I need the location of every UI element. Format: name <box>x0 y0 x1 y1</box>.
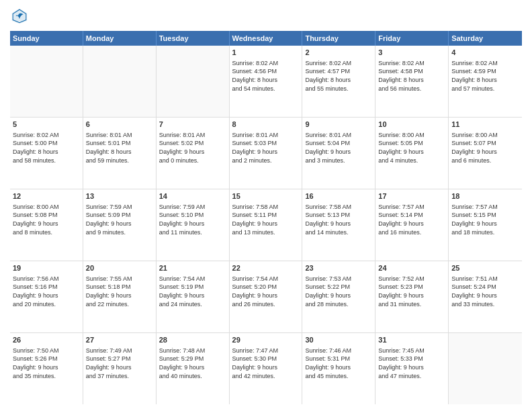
day-info: Sunrise: 8:02 AM Sunset: 5:00 PM Dayligh… <box>13 131 80 165</box>
calendar-row-3: 19Sunrise: 7:56 AM Sunset: 5:16 PM Dayli… <box>10 261 522 333</box>
day-info: Sunrise: 7:50 AM Sunset: 5:26 PM Dayligh… <box>13 347 80 380</box>
calendar-header: SundayMondayTuesdayWednesdayThursdayFrid… <box>10 31 522 46</box>
day-info: Sunrise: 8:00 AM Sunset: 5:08 PM Dayligh… <box>13 203 80 236</box>
day-number: 16 <box>305 191 372 201</box>
day-number: 31 <box>378 335 445 345</box>
day-number: 1 <box>232 48 300 58</box>
day-number: 24 <box>378 263 445 273</box>
day-info: Sunrise: 8:01 AM Sunset: 5:02 PM Dayligh… <box>159 131 226 165</box>
calendar-row-4: 26Sunrise: 7:50 AM Sunset: 5:26 PM Dayli… <box>10 333 522 404</box>
calendar-cell: 26Sunrise: 7:50 AM Sunset: 5:26 PM Dayli… <box>10 333 83 404</box>
day-info: Sunrise: 7:51 AM Sunset: 5:24 PM Dayligh… <box>451 275 519 308</box>
day-number: 12 <box>13 191 80 201</box>
day-info: Sunrise: 8:00 AM Sunset: 5:07 PM Dayligh… <box>451 131 519 165</box>
day-info: Sunrise: 8:01 AM Sunset: 5:03 PM Dayligh… <box>232 131 300 165</box>
calendar-cell: 29Sunrise: 7:47 AM Sunset: 5:30 PM Dayli… <box>230 333 303 404</box>
day-info: Sunrise: 7:54 AM Sunset: 5:20 PM Dayligh… <box>232 275 300 308</box>
day-info: Sunrise: 8:02 AM Sunset: 4:56 PM Dayligh… <box>232 59 300 93</box>
day-info: Sunrise: 8:02 AM Sunset: 4:58 PM Dayligh… <box>378 59 445 93</box>
calendar-cell: 13Sunrise: 7:59 AM Sunset: 5:09 PM Dayli… <box>83 189 157 261</box>
calendar-cell: 28Sunrise: 7:48 AM Sunset: 5:29 PM Dayli… <box>157 333 230 404</box>
day-info: Sunrise: 7:59 AM Sunset: 5:09 PM Dayligh… <box>86 203 153 236</box>
calendar-cell: 1Sunrise: 8:02 AM Sunset: 4:56 PM Daylig… <box>230 46 303 117</box>
day-number: 28 <box>159 335 226 345</box>
calendar-cell: 9Sunrise: 8:01 AM Sunset: 5:04 PM Daylig… <box>302 118 375 189</box>
calendar-cell: 19Sunrise: 7:56 AM Sunset: 5:16 PM Dayli… <box>10 261 83 332</box>
calendar-cell: 3Sunrise: 8:02 AM Sunset: 4:58 PM Daylig… <box>375 46 449 117</box>
day-number: 5 <box>13 120 80 130</box>
calendar-cell: 14Sunrise: 7:59 AM Sunset: 5:10 PM Dayli… <box>157 189 230 261</box>
header-day-thursday: Thursday <box>302 31 375 46</box>
day-info: Sunrise: 7:57 AM Sunset: 5:14 PM Dayligh… <box>378 203 445 236</box>
day-number: 4 <box>451 48 519 58</box>
day-number: 26 <box>13 335 80 345</box>
day-number: 17 <box>378 191 445 201</box>
calendar-cell: 27Sunrise: 7:49 AM Sunset: 5:27 PM Dayli… <box>83 333 157 404</box>
day-info: Sunrise: 7:48 AM Sunset: 5:29 PM Dayligh… <box>159 347 226 380</box>
day-number: 20 <box>86 263 153 273</box>
day-number: 10 <box>378 120 445 130</box>
logo-icon <box>10 7 29 26</box>
day-info: Sunrise: 8:01 AM Sunset: 5:01 PM Dayligh… <box>86 131 153 165</box>
calendar-cell: 20Sunrise: 7:55 AM Sunset: 5:18 PM Dayli… <box>83 261 157 332</box>
day-info: Sunrise: 7:46 AM Sunset: 5:31 PM Dayligh… <box>305 347 372 380</box>
day-number: 19 <box>13 263 80 273</box>
calendar-cell: 31Sunrise: 7:45 AM Sunset: 5:33 PM Dayli… <box>375 333 449 404</box>
day-number: 11 <box>451 120 519 130</box>
day-info: Sunrise: 8:01 AM Sunset: 5:04 PM Dayligh… <box>305 131 372 165</box>
day-number: 25 <box>451 263 519 273</box>
calendar-cell: 6Sunrise: 8:01 AM Sunset: 5:01 PM Daylig… <box>83 118 157 189</box>
header-day-tuesday: Tuesday <box>157 31 230 46</box>
day-info: Sunrise: 7:52 AM Sunset: 5:23 PM Dayligh… <box>378 275 445 308</box>
day-number: 23 <box>305 263 372 273</box>
day-number: 7 <box>159 120 226 130</box>
day-info: Sunrise: 7:56 AM Sunset: 5:16 PM Dayligh… <box>13 275 80 308</box>
calendar-cell: 17Sunrise: 7:57 AM Sunset: 5:14 PM Dayli… <box>375 189 449 261</box>
page: SundayMondayTuesdayWednesdayThursdayFrid… <box>0 0 532 411</box>
header-day-wednesday: Wednesday <box>230 31 303 46</box>
calendar-cell <box>10 46 83 117</box>
calendar-cell: 7Sunrise: 8:01 AM Sunset: 5:02 PM Daylig… <box>157 118 230 189</box>
calendar-row-0: 1Sunrise: 8:02 AM Sunset: 4:56 PM Daylig… <box>10 46 522 118</box>
calendar-cell: 4Sunrise: 8:02 AM Sunset: 4:59 PM Daylig… <box>449 46 522 117</box>
day-info: Sunrise: 7:55 AM Sunset: 5:18 PM Dayligh… <box>86 275 153 308</box>
day-info: Sunrise: 7:45 AM Sunset: 5:33 PM Dayligh… <box>378 347 445 380</box>
day-info: Sunrise: 8:00 AM Sunset: 5:05 PM Dayligh… <box>378 131 445 165</box>
day-number: 30 <box>305 335 372 345</box>
logo <box>10 7 32 26</box>
day-info: Sunrise: 7:47 AM Sunset: 5:30 PM Dayligh… <box>232 347 300 380</box>
day-number: 18 <box>451 191 519 201</box>
header-day-saturday: Saturday <box>449 31 522 46</box>
day-info: Sunrise: 8:02 AM Sunset: 4:57 PM Dayligh… <box>305 59 372 93</box>
day-info: Sunrise: 7:49 AM Sunset: 5:27 PM Dayligh… <box>86 347 153 380</box>
day-number: 14 <box>159 191 226 201</box>
calendar-cell: 16Sunrise: 7:58 AM Sunset: 5:13 PM Dayli… <box>302 189 375 261</box>
header-day-sunday: Sunday <box>10 31 83 46</box>
day-info: Sunrise: 7:57 AM Sunset: 5:15 PM Dayligh… <box>451 203 519 236</box>
calendar-row-1: 5Sunrise: 8:02 AM Sunset: 5:00 PM Daylig… <box>10 118 522 189</box>
calendar-cell <box>449 333 522 404</box>
calendar-cell: 10Sunrise: 8:00 AM Sunset: 5:05 PM Dayli… <box>375 118 449 189</box>
calendar: SundayMondayTuesdayWednesdayThursdayFrid… <box>10 31 522 404</box>
day-info: Sunrise: 7:54 AM Sunset: 5:19 PM Dayligh… <box>159 275 226 308</box>
day-number: 2 <box>305 48 372 58</box>
calendar-cell: 30Sunrise: 7:46 AM Sunset: 5:31 PM Dayli… <box>302 333 375 404</box>
day-number: 13 <box>86 191 153 201</box>
calendar-cell: 5Sunrise: 8:02 AM Sunset: 5:00 PM Daylig… <box>10 118 83 189</box>
calendar-cell: 18Sunrise: 7:57 AM Sunset: 5:15 PM Dayli… <box>449 189 522 261</box>
calendar-row-2: 12Sunrise: 8:00 AM Sunset: 5:08 PM Dayli… <box>10 189 522 261</box>
day-number: 29 <box>232 335 300 345</box>
day-info: Sunrise: 7:53 AM Sunset: 5:22 PM Dayligh… <box>305 275 372 308</box>
day-number: 21 <box>159 263 226 273</box>
header-day-monday: Monday <box>83 31 157 46</box>
day-info: Sunrise: 8:02 AM Sunset: 4:59 PM Dayligh… <box>451 59 519 93</box>
calendar-cell: 25Sunrise: 7:51 AM Sunset: 5:24 PM Dayli… <box>449 261 522 332</box>
calendar-cell: 11Sunrise: 8:00 AM Sunset: 5:07 PM Dayli… <box>449 118 522 189</box>
calendar-cell: 21Sunrise: 7:54 AM Sunset: 5:19 PM Dayli… <box>157 261 230 332</box>
day-number: 15 <box>232 191 300 201</box>
calendar-cell: 12Sunrise: 8:00 AM Sunset: 5:08 PM Dayli… <box>10 189 83 261</box>
day-info: Sunrise: 7:58 AM Sunset: 5:11 PM Dayligh… <box>232 203 300 236</box>
calendar-cell <box>157 46 230 117</box>
calendar-body: 1Sunrise: 8:02 AM Sunset: 4:56 PM Daylig… <box>10 46 522 404</box>
header <box>10 7 522 26</box>
